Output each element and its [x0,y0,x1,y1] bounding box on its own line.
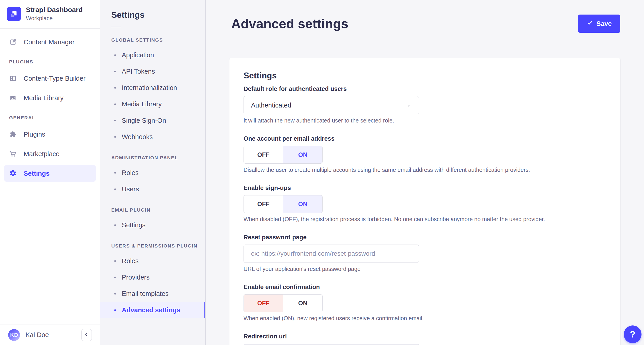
main-content: Advanced settings Save Settings Default … [206,0,644,345]
sidebar-item-label: Content-Type Builder [24,75,86,82]
field-default-role: Default role for authenticated users Aut… [244,86,606,124]
settings-subnav: Settings GLOBAL SETTINGS Application API… [100,0,206,345]
subnav-item-advanced-settings[interactable]: Advanced settings [100,302,205,318]
bullet-icon [114,172,116,174]
field-email-confirmation: Enable email confirmation OFF ON When en… [244,284,606,321]
field-hint: When disabled (OFF), the registration pr… [244,216,606,222]
field-reset-password: Reset password page URL of your applicat… [244,234,606,272]
check-icon [587,20,593,28]
sidebar-item-label: Content Manager [24,39,74,46]
field-label: Redirection url [244,333,606,340]
sidebar-item-content-type-builder[interactable]: Content-Type Builder [4,70,96,87]
toggle-on-button[interactable]: ON [283,195,322,213]
bullet-icon [114,309,116,311]
subnav-item-label: Roles [122,169,138,177]
sidebar-item-marketplace[interactable]: Marketplace [4,145,96,162]
reset-password-input[interactable] [244,244,419,263]
subnav-item-label: Webhooks [122,133,153,141]
field-label: One account per email address [244,135,606,142]
subnav-item-label: Settings [122,221,146,229]
sidebar-section-heading-plugins: PLUGINS [0,59,100,65]
field-hint: URL of your application's reset password… [244,266,606,272]
sidebar-item-content-manager[interactable]: Content Manager [4,34,96,51]
subnav-item-email-settings[interactable]: Settings [100,217,205,233]
brand-title: Strapi Dashboard [26,6,83,14]
field-redirection-url: Redirection url [244,333,606,345]
subnav-item-label: Users [122,185,139,193]
picture-icon [9,94,17,102]
subnav-item-admin-users[interactable]: Users [100,181,205,197]
subnav-heading-email-plugin: EMAIL PLUGIN [100,207,205,213]
bullet-icon [114,103,116,105]
bullet-icon [114,87,116,89]
field-label: Enable email confirmation [244,284,606,291]
subnav-item-label: API Tokens [122,68,155,75]
subnav-item-label: Internationalization [122,84,177,92]
bullet-icon [114,54,116,56]
field-label: Reset password page [244,234,606,241]
subnav-item-up-roles[interactable]: Roles [100,253,205,269]
toggle-off-button[interactable]: OFF [244,146,283,163]
sidebar-item-plugins[interactable]: Plugins [4,126,96,143]
puzzle-icon [9,130,17,138]
main-header: Advanced settings Save [230,0,620,34]
toggle-on-button[interactable]: ON [283,146,322,163]
save-button-label: Save [596,20,612,28]
gear-icon [9,170,17,177]
help-button[interactable]: ? [624,325,642,343]
subnav-item-internationalization[interactable]: Internationalization [100,80,205,96]
toggle-off-button[interactable]: OFF [244,195,283,213]
default-role-select[interactable]: Authenticated [244,96,419,114]
subnav-item-media-library[interactable]: Media Library [100,96,205,112]
enable-signups-toggle: OFF ON [244,195,322,213]
field-hint: When enabled (ON), new registered users … [244,315,606,321]
brand: Strapi Dashboard Workplace [0,0,100,29]
field-label: Default role for authenticated users [244,86,606,93]
sidebar-item-label: Settings [24,170,50,177]
collapse-sidebar-button[interactable] [81,329,92,341]
avatar: KD [8,329,20,341]
sidebar-item-label: Media Library [24,94,64,102]
cart-icon [9,150,17,158]
subnav-item-label: Single Sign-On [122,117,166,124]
select-value: Authenticated [251,102,291,109]
app-sidebar: Strapi Dashboard Workplace Content Manag… [0,0,100,345]
sidebar-item-media-library[interactable]: Media Library [4,90,96,106]
toggle-off-button[interactable]: OFF [244,294,283,312]
strapi-logo-icon [7,7,21,21]
chevron-left-icon [84,331,90,338]
bullet-icon [114,260,116,262]
subnav-item-admin-roles[interactable]: Roles [100,165,205,181]
field-hint: Disallow the user to create multiple acc… [244,167,606,173]
sidebar-item-settings[interactable]: Settings [4,165,96,182]
subnav-item-label: Media Library [122,101,162,108]
brand-subtitle: Workplace [26,15,83,22]
subnav-item-single-sign-on[interactable]: Single Sign-On [100,112,205,129]
subnav-rule [111,27,121,27]
layout-grid-icon [9,75,17,82]
subnav-item-label: Application [122,51,154,59]
subnav-heading-users-permissions-plugin: USERS & PERMISSIONS PLUGIN [100,243,205,249]
bullet-icon [114,224,116,226]
field-hint: It will attach the new authenticated use… [244,117,606,124]
one-account-toggle: OFF ON [244,146,322,164]
subnav-item-providers[interactable]: Providers [100,269,205,285]
toggle-on-button[interactable]: ON [283,294,322,312]
question-mark-icon: ? [630,329,635,339]
bullet-icon [114,277,116,278]
subnav-heading-administration-panel: ADMINISTRATION PANEL [100,155,205,160]
subnav-title: Settings [100,10,205,20]
subnav-item-application[interactable]: Application [100,47,205,63]
subnav-item-api-tokens[interactable]: API Tokens [100,63,205,80]
panel-title: Settings [244,71,606,81]
subnav-item-label: Providers [122,274,150,281]
sidebar-footer: KD Kai Doe [0,324,100,345]
caret-down-icon [406,103,412,108]
redirection-url-input[interactable] [244,344,419,345]
subnav-item-webhooks[interactable]: Webhooks [100,129,205,145]
subnav-item-email-templates[interactable]: Email templates [100,285,205,302]
feather-pen-icon [9,38,17,46]
subnav-heading-global-settings: GLOBAL SETTINGS [100,37,205,43]
sidebar-nav: Content Manager PLUGINS Content-Type Bui… [0,29,100,324]
save-button[interactable]: Save [578,15,620,33]
